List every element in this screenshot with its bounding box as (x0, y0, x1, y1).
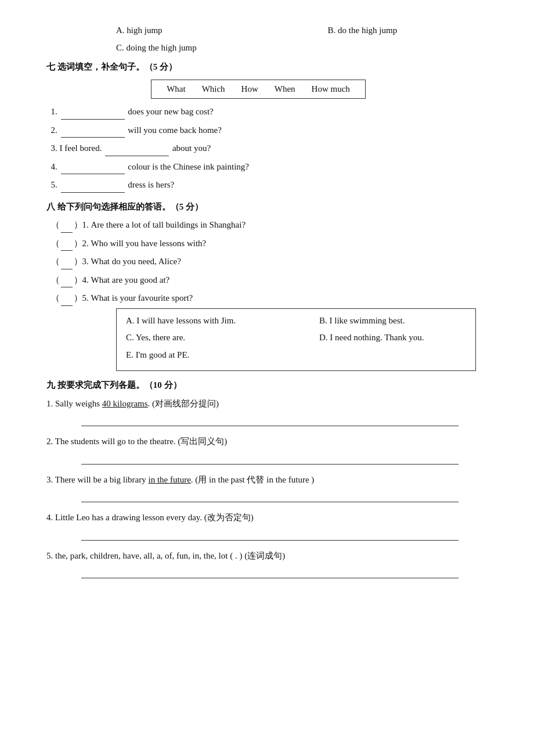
answer-c: C. Yes, there are. (126, 330, 273, 345)
s8-q5: （）5. What is your favourite sport? (46, 291, 499, 306)
s9-q4: 4. Little Leo has a drawing lesson every… (46, 510, 499, 525)
s9-q5: 5. the, park, children, have, all, a, of… (46, 549, 499, 564)
word-box: What Which How When How much (151, 80, 366, 99)
answers-row2: C. Yes, there are. D. I need nothing. Th… (126, 330, 466, 345)
answers-box: A. I will have lessons with Jim. B. I li… (116, 308, 476, 372)
s7-q2: 2. will you come back home? (46, 123, 499, 138)
section8-header: 八 给下列问句选择相应的答语。（5 分） (46, 200, 499, 215)
s7-q5: 5. dress is hers? (46, 178, 499, 193)
s9-q3-answer-line (81, 489, 459, 502)
answer-e: E. I'm good at PE. (126, 348, 273, 363)
s9-q1-underlined: 40 kilograms (102, 399, 148, 408)
s8-q4: （）4. What are you good at? (46, 273, 499, 288)
s9-q5-answer-line (81, 566, 459, 578)
answers-row1: A. I will have lessons with Jim. B. I li… (126, 314, 466, 329)
section7-header: 七 选词填空，补全句子。（5 分） (46, 60, 499, 75)
s9-q1: 1. Sally weighs 40 kilograms. (对画线部分提问) (46, 397, 499, 412)
s8-q2: （）2. Who will you have lessons with? (46, 236, 499, 251)
s7-q3: 3. I feel bored. about you? (46, 141, 499, 156)
s9-q4-answer-line (81, 528, 459, 541)
s9-q2-answer-line (81, 452, 459, 465)
s7-q4: 4. colour is the Chinese ink painting? (46, 160, 499, 175)
s7-q1: 1. does your new bag cost? (46, 105, 499, 120)
answer-a: A. I will have lessons with Jim. (126, 314, 273, 329)
answers-row3: E. I'm good at PE. (126, 348, 466, 363)
s9-q2: 2. The students will go to the theatre. … (46, 434, 499, 449)
s9-q3: 3. There will be a big library in the fu… (46, 473, 499, 488)
s9-q3-underlined: in the future (149, 475, 191, 484)
answer-d: D. I need nothing. Thank you. (319, 330, 466, 345)
option-c: C. doing the high jump (116, 41, 499, 56)
s8-q3: （）3. What do you need, Alice? (46, 254, 499, 269)
answer-b: B. I like swimming best. (319, 314, 466, 329)
section9-header: 九 按要求完成下列各题。（10 分） (46, 378, 499, 393)
s9-q1-answer-line (81, 413, 459, 426)
option-a: A. high jump B. do the high jump (116, 23, 499, 38)
s8-q1: （）1. Are there a lot of tall buildings i… (46, 218, 499, 233)
